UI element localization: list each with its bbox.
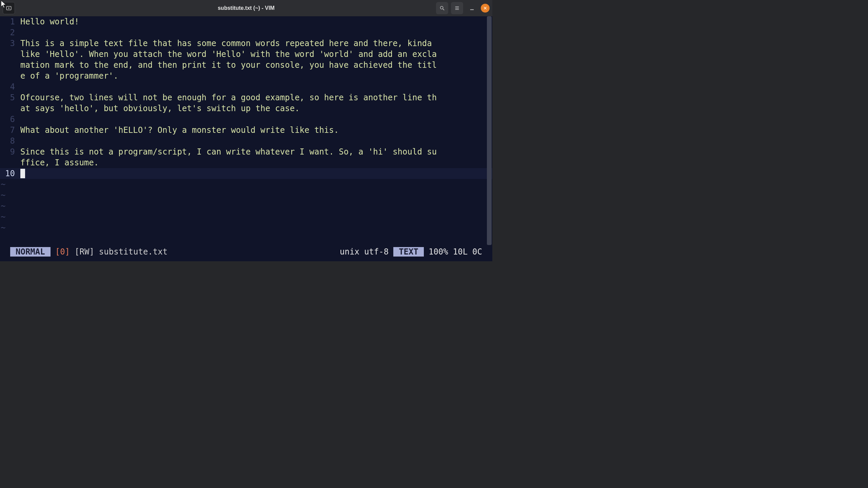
scrollbar-thumb[interactable] [487,16,492,245]
line-row[interactable]: e of a 'programmer'. [0,70,492,81]
line-text[interactable]: What about another 'hELLO'? Only a monst… [19,125,492,136]
status-percent: 100% [429,247,448,257]
status-buffer-num: [0] [55,247,70,257]
line-row[interactable]: 2 [0,27,492,38]
vim-window: substitute.txt (~) - VIM 1Hello world!23… [0,0,492,261]
hamburger-icon [454,5,460,11]
line-text[interactable]: ffice, I assume. [19,157,492,168]
line-row[interactable]: 5Ofcourse, two lines will not be enough … [0,92,492,103]
line-row[interactable]: at says 'hello', but obviously, let's sw… [0,103,492,114]
tilde-marker: ~ [0,211,492,222]
close-icon [483,6,487,10]
line-text[interactable]: Ofcourse, two lines will not be enough f… [19,92,492,103]
search-icon [439,5,445,11]
line-text[interactable]: like 'Hello'. When you attach the word '… [19,49,492,60]
svg-line-4 [443,9,444,10]
line-text[interactable]: at says 'hello', but obviously, let's sw… [19,103,492,114]
line-number: 10 [0,168,19,179]
line-row[interactable]: 6 [0,114,492,125]
line-number [0,103,19,114]
svg-point-3 [440,6,443,9]
line-number [0,60,19,70]
line-number: 3 [0,38,19,49]
line-number: 7 [0,125,19,136]
line-text[interactable]: This is a simple text file that has some… [19,38,492,49]
status-filename: substitute.txt [99,247,167,257]
tilde-marker: ~ [0,222,492,233]
line-row[interactable]: 9Since this is not a program/script, I c… [0,146,492,157]
line-row[interactable]: 4 [0,81,492,92]
scrollbar[interactable] [487,16,492,245]
status-fileformat: unix [340,247,359,257]
line-text[interactable] [19,81,492,92]
line-number: 8 [0,136,19,146]
window-title: substitute.txt (~) - VIM [218,5,275,11]
close-button[interactable] [481,4,490,13]
line-row[interactable]: 3This is a simple text file that has som… [0,38,492,49]
minimize-button[interactable] [466,2,478,14]
text-buffer[interactable]: 1Hello world!23This is a simple text fil… [0,16,492,179]
line-row[interactable]: ffice, I assume. [0,157,492,168]
minimize-icon [469,5,475,11]
status-right: unix utf-8 TEXT 100% 10L 0C [340,247,482,257]
empty-lines: ~~~~~ [0,179,492,233]
line-row[interactable]: like 'Hello'. When you attach the word '… [0,49,492,60]
line-number: 6 [0,114,19,125]
tilde-marker: ~ [0,201,492,211]
line-row[interactable]: 8 [0,136,492,146]
line-row[interactable]: 7What about another 'hELLO'? Only a mons… [0,125,492,136]
mouse-cursor-icon [1,1,6,9]
line-text[interactable]: Since this is not a program/script, I ca… [19,146,492,157]
line-number: 9 [0,146,19,157]
line-row[interactable]: mation mark to the end, and then print i… [0,60,492,70]
line-text[interactable]: Hello world! [19,16,492,27]
statusline: NORMAL [0] [RW] substitute.txt unix utf-… [0,247,492,261]
status-linecount: 10L [453,247,468,257]
status-filetype: TEXT [393,247,424,257]
line-row[interactable]: 1Hello world! [0,16,492,27]
status-readwrite: [RW] [75,247,94,257]
line-text[interactable] [19,114,492,125]
cursor [20,169,25,178]
line-number: 5 [0,92,19,103]
line-number [0,70,19,81]
menu-button[interactable] [451,2,463,14]
line-text[interactable] [19,136,492,146]
status-column: 0C [472,247,482,257]
titlebar: substitute.txt (~) - VIM [0,0,492,16]
tilde-marker: ~ [0,179,492,190]
line-text[interactable]: e of a 'programmer'. [19,70,492,81]
line-text[interactable]: mation mark to the end, and then print i… [19,60,492,70]
status-encoding: utf-8 [364,247,389,257]
line-number: 2 [0,27,19,38]
tilde-marker: ~ [0,190,492,201]
line-row[interactable]: 10 [0,168,492,179]
status-mode: NORMAL [10,247,51,257]
titlebar-right [436,2,492,14]
editor-area[interactable]: 1Hello world!23This is a simple text fil… [0,16,492,245]
line-number: 4 [0,81,19,92]
line-number [0,157,19,168]
line-text[interactable] [19,27,492,38]
line-number [0,49,19,60]
search-button[interactable] [436,2,448,14]
new-tab-icon [6,5,12,11]
line-text[interactable] [19,168,492,179]
line-number: 1 [0,16,19,27]
